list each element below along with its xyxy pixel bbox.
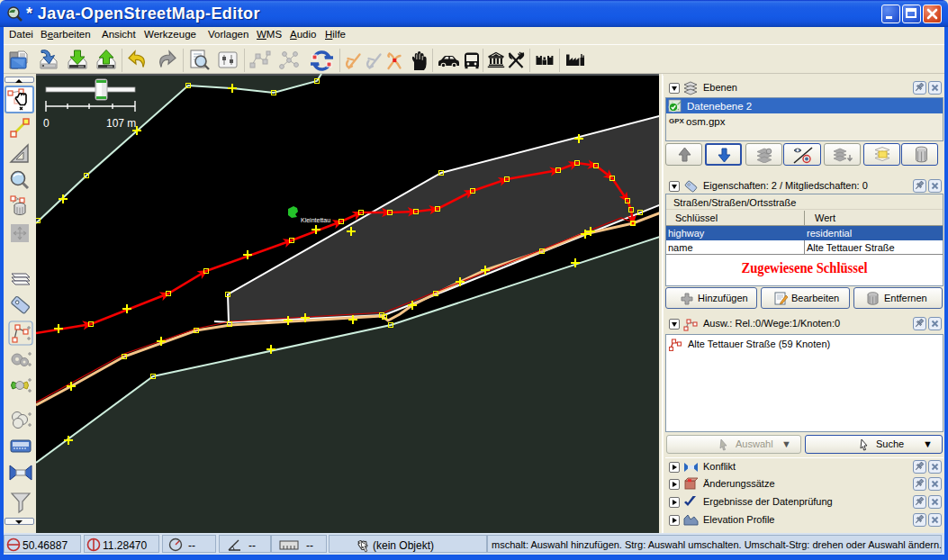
svg-text:107 m: 107 m: [106, 117, 136, 130]
svg-text:0: 0: [43, 117, 50, 130]
svg-text:Kleintettau: Kleintettau: [301, 217, 330, 223]
